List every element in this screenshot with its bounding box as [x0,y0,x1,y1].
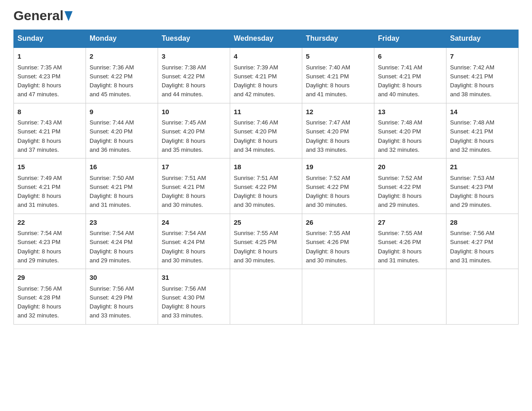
day-number: 25 [234,218,298,228]
column-header-friday: Friday [374,30,446,48]
day-number: 22 [17,218,82,228]
day-info: Sunrise: 7:56 AMSunset: 4:29 PMDaylight:… [90,285,134,319]
day-info: Sunrise: 7:52 AMSunset: 4:22 PMDaylight:… [306,175,350,209]
calendar-cell: 6Sunrise: 7:41 AMSunset: 4:21 PMDaylight… [374,47,446,103]
column-header-tuesday: Tuesday [158,30,230,48]
day-number: 1 [17,51,82,62]
calendar-cell: 3Sunrise: 7:38 AMSunset: 4:22 PMDaylight… [158,47,230,103]
day-info: Sunrise: 7:46 AMSunset: 4:20 PMDaylight:… [234,119,278,153]
day-info: Sunrise: 7:44 AMSunset: 4:20 PMDaylight:… [90,119,134,153]
calendar-cell: 17Sunrise: 7:51 AMSunset: 4:21 PMDayligh… [158,158,230,214]
day-info: Sunrise: 7:49 AMSunset: 4:21 PMDaylight:… [17,175,62,209]
day-number: 19 [306,162,370,172]
calendar-cell: 16Sunrise: 7:50 AMSunset: 4:21 PMDayligh… [86,158,158,214]
day-number: 16 [90,162,154,172]
day-info: Sunrise: 7:36 AMSunset: 4:22 PMDaylight:… [90,64,134,98]
day-number: 31 [162,273,226,283]
day-info: Sunrise: 7:43 AMSunset: 4:21 PMDaylight:… [17,119,62,153]
calendar-cell: 19Sunrise: 7:52 AMSunset: 4:22 PMDayligh… [302,158,374,214]
day-number: 27 [378,218,442,228]
calendar-cell: 15Sunrise: 7:49 AMSunset: 4:21 PMDayligh… [14,158,86,214]
calendar-cell: 30Sunrise: 7:56 AMSunset: 4:29 PMDayligh… [86,269,158,325]
day-info: Sunrise: 7:55 AMSunset: 4:26 PMDaylight:… [306,230,350,264]
column-header-monday: Monday [86,30,158,48]
day-info: Sunrise: 7:56 AMSunset: 4:28 PMDaylight:… [17,285,62,319]
calendar-cell: 9Sunrise: 7:44 AMSunset: 4:20 PMDaylight… [86,103,158,158]
day-info: Sunrise: 7:56 AMSunset: 4:30 PMDaylight:… [162,285,206,319]
day-info: Sunrise: 7:51 AMSunset: 4:21 PMDaylight:… [162,175,206,209]
column-header-thursday: Thursday [302,30,374,48]
day-info: Sunrise: 7:56 AMSunset: 4:27 PMDaylight:… [450,230,494,264]
day-number: 30 [90,273,154,283]
day-info: Sunrise: 7:54 AMSunset: 4:23 PMDaylight:… [17,230,62,264]
calendar-cell [302,269,374,325]
day-info: Sunrise: 7:41 AMSunset: 4:21 PMDaylight:… [378,64,422,98]
calendar-cell: 4Sunrise: 7:39 AMSunset: 4:21 PMDaylight… [230,47,302,103]
calendar-cell: 20Sunrise: 7:52 AMSunset: 4:22 PMDayligh… [374,158,446,214]
day-info: Sunrise: 7:39 AMSunset: 4:21 PMDaylight:… [234,64,278,98]
calendar-cell: 7Sunrise: 7:42 AMSunset: 4:21 PMDaylight… [446,47,519,103]
column-header-wednesday: Wednesday [230,30,302,48]
calendar-week-row: 29Sunrise: 7:56 AMSunset: 4:28 PMDayligh… [14,269,519,325]
calendar-cell: 2Sunrise: 7:36 AMSunset: 4:22 PMDaylight… [86,47,158,103]
day-info: Sunrise: 7:52 AMSunset: 4:22 PMDaylight:… [378,175,422,209]
calendar-cell: 8Sunrise: 7:43 AMSunset: 4:21 PMDaylight… [14,103,86,158]
page-header: General [13,9,519,21]
calendar-cell: 25Sunrise: 7:55 AMSunset: 4:25 PMDayligh… [230,214,302,269]
calendar-cell: 27Sunrise: 7:55 AMSunset: 4:26 PMDayligh… [374,214,446,269]
column-header-saturday: Saturday [446,30,519,48]
calendar-cell [446,269,519,325]
calendar-cell: 1Sunrise: 7:35 AMSunset: 4:23 PMDaylight… [14,47,86,103]
logo-arrow-icon [64,11,73,21]
calendar-cell: 23Sunrise: 7:54 AMSunset: 4:24 PMDayligh… [86,214,158,269]
day-info: Sunrise: 7:48 AMSunset: 4:21 PMDaylight:… [450,119,494,153]
day-number: 26 [306,218,370,228]
day-number: 15 [17,162,82,172]
column-header-sunday: Sunday [14,30,86,48]
day-number: 3 [162,51,226,62]
calendar-cell [374,269,446,325]
day-number: 23 [90,218,154,228]
calendar-cell: 11Sunrise: 7:46 AMSunset: 4:20 PMDayligh… [230,103,302,158]
day-number: 17 [162,162,226,172]
day-number: 18 [234,162,298,172]
day-info: Sunrise: 7:48 AMSunset: 4:20 PMDaylight:… [378,119,422,153]
day-number: 2 [90,51,154,62]
calendar-week-row: 15Sunrise: 7:49 AMSunset: 4:21 PMDayligh… [14,158,519,214]
calendar-cell: 24Sunrise: 7:54 AMSunset: 4:24 PMDayligh… [158,214,230,269]
calendar-cell: 31Sunrise: 7:56 AMSunset: 4:30 PMDayligh… [158,269,230,325]
day-number: 10 [162,107,226,117]
day-number: 21 [450,162,515,172]
day-info: Sunrise: 7:45 AMSunset: 4:20 PMDaylight:… [162,119,206,153]
day-info: Sunrise: 7:50 AMSunset: 4:21 PMDaylight:… [90,175,134,209]
calendar-header-row: SundayMondayTuesdayWednesdayThursdayFrid… [14,30,519,48]
day-info: Sunrise: 7:47 AMSunset: 4:20 PMDaylight:… [306,119,350,153]
calendar-week-row: 8Sunrise: 7:43 AMSunset: 4:21 PMDaylight… [14,103,519,158]
day-info: Sunrise: 7:54 AMSunset: 4:24 PMDaylight:… [90,230,134,264]
day-info: Sunrise: 7:53 AMSunset: 4:23 PMDaylight:… [450,175,494,209]
calendar-table: SundayMondayTuesdayWednesdayThursdayFrid… [13,30,519,325]
day-number: 28 [450,218,515,228]
calendar-cell: 22Sunrise: 7:54 AMSunset: 4:23 PMDayligh… [14,214,86,269]
calendar-week-row: 1Sunrise: 7:35 AMSunset: 4:23 PMDaylight… [14,47,519,103]
calendar-cell [230,269,302,325]
day-number: 24 [162,218,226,228]
logo: General [13,9,73,21]
calendar-cell: 5Sunrise: 7:40 AMSunset: 4:21 PMDaylight… [302,47,374,103]
svg-marker-0 [64,11,73,21]
calendar-cell: 29Sunrise: 7:56 AMSunset: 4:28 PMDayligh… [14,269,86,325]
day-number: 20 [378,162,442,172]
day-info: Sunrise: 7:42 AMSunset: 4:21 PMDaylight:… [450,64,494,98]
day-number: 12 [306,107,370,117]
day-number: 8 [17,107,82,117]
calendar-cell: 26Sunrise: 7:55 AMSunset: 4:26 PMDayligh… [302,214,374,269]
day-info: Sunrise: 7:35 AMSunset: 4:23 PMDaylight:… [17,64,62,98]
day-number: 9 [90,107,154,117]
calendar-cell: 12Sunrise: 7:47 AMSunset: 4:20 PMDayligh… [302,103,374,158]
day-info: Sunrise: 7:40 AMSunset: 4:21 PMDaylight:… [306,64,350,98]
calendar-cell: 13Sunrise: 7:48 AMSunset: 4:20 PMDayligh… [374,103,446,158]
day-number: 7 [450,51,515,62]
day-number: 4 [234,51,298,62]
day-number: 11 [234,107,298,117]
day-number: 13 [378,107,442,117]
